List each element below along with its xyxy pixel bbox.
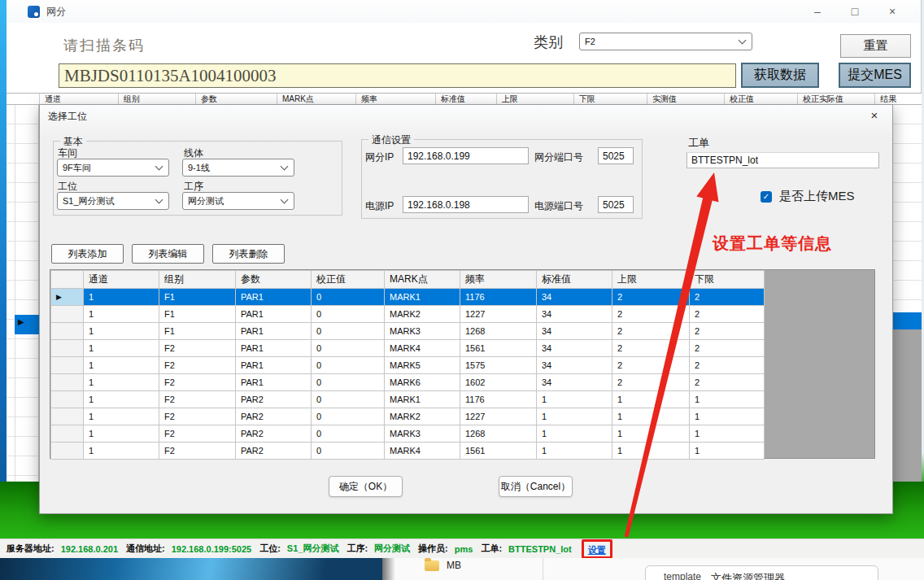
status-label: 工位: [259,543,281,555]
upload-mes-checkbox[interactable]: ✓ 是否上传MES [761,189,855,204]
cancel-button[interactable]: 取消（Cancel） [499,476,573,497]
grid-column-header[interactable]: 下限 [690,271,765,289]
grid-cell: 2 [690,289,765,306]
status-value: 192.168.0.199:5025 [172,544,251,554]
ok-button[interactable]: 确定（OK） [329,476,403,497]
grid-row-selector[interactable] [51,374,84,391]
grid-cell: 34 [537,340,612,357]
station-select[interactable]: S1_网分测试 [57,192,169,210]
tooltip-filename: template [664,571,701,580]
station-grid: 通道组别参数校正值MARK点频率标准值上限下限▶1F1PAR10MARK1117… [50,269,875,459]
grid-cell: 0 [312,425,385,443]
grid-row-selector[interactable] [51,443,84,460]
grid-column-header[interactable]: 标准值 [537,271,612,289]
minimize-icon[interactable]: – [799,0,836,23]
list-edit-button[interactable]: 列表编辑 [132,244,204,264]
dialog-title: 选择工位 [48,110,87,124]
main-column-header[interactable]: 实测值 [647,94,724,104]
grid-cell: 2 [690,357,765,374]
grid-cell: MARK3 [385,425,460,443]
grid-cell: 1 [84,289,159,306]
grid-cell: 1 [84,408,159,425]
grid-row[interactable]: 1F2PAR20MARK21227111 [51,408,765,425]
dialog-close-icon[interactable]: × [865,108,884,126]
list-add-button[interactable]: 列表添加 [51,244,124,264]
grid-cell: 0 [312,374,385,391]
grid-column-header[interactable]: 组别 [159,271,236,289]
grid-row-selector[interactable] [51,391,84,408]
chevron-down-icon [739,37,747,45]
na-ip-label: 网分IP [365,150,394,164]
grid-cell: MARK2 [385,408,460,425]
na-port-input[interactable] [598,147,634,164]
grid-row-selector[interactable] [51,306,84,323]
ps-ip-input[interactable] [403,196,529,213]
category-select[interactable]: F2 [579,33,752,50]
workshop-select[interactable]: 9F车间 [57,159,169,177]
grid-column-header[interactable]: 通道 [84,271,159,289]
process-select[interactable]: 网分测试 [182,192,294,210]
grid-cell: 1 [690,443,765,460]
workorder-input[interactable]: BTTESTPN_lot [686,152,879,168]
chevron-down-icon [155,196,163,204]
grid-cell: 1 [84,425,159,443]
grid-row[interactable]: 1F2PAR20MARK11176111 [51,391,765,408]
grid-cell: 1176 [460,391,537,408]
maximize-icon[interactable]: □ [836,0,874,23]
grid-row[interactable]: 1F2PAR10MARK616023422 [51,374,765,391]
grid-column-header[interactable]: 参数 [236,271,312,289]
folder-item-mb[interactable]: MB [425,560,461,571]
main-column-header[interactable]: 校正实际值 [797,94,874,104]
grid-cell: 1 [690,391,765,408]
line-select[interactable]: 9-1线 [182,159,294,177]
main-column-header[interactable]: 标准值 [435,94,496,104]
grid-cell: 2 [612,323,690,340]
grid-cell: PAR1 [236,357,312,374]
main-column-header[interactable]: 参数 [195,94,277,104]
grid-row-selector[interactable] [51,425,84,443]
grid-row[interactable]: 1F1PAR10MARK212273422 [51,306,765,323]
grid-row-selector[interactable] [51,340,84,357]
grid-row-selector[interactable]: ▶ [51,289,84,306]
grid-column-header[interactable]: MARK点 [385,271,460,289]
grid-cell: MARK5 [385,357,460,374]
grid-row[interactable]: ▶1F1PAR10MARK111763422 [51,289,765,306]
grid-cell: 1 [612,425,690,443]
status-label: 操作员: [418,543,448,555]
grid-cell: 34 [537,289,612,306]
barcode-input[interactable] [59,63,736,88]
grid-row[interactable]: 1F2PAR20MARK31268111 [51,425,765,443]
fetch-data-button[interactable]: 获取数据 [741,63,819,88]
main-row-selector-header [7,94,39,104]
main-column-header[interactable]: 组别 [118,94,195,104]
grid-row[interactable]: 1F2PAR10MARK415613422 [51,340,765,357]
main-column-header[interactable]: 结果 [874,94,922,104]
grid-column-header[interactable]: 校正值 [312,271,385,289]
close-icon[interactable]: × [874,0,911,23]
main-column-header[interactable]: 通道 [39,94,118,104]
grid-cell: PAR2 [236,443,312,460]
grid-cell: 1227 [460,306,537,323]
settings-link[interactable]: 设置 [588,545,606,555]
main-column-header[interactable]: 上限 [496,94,573,104]
list-delete-button[interactable]: 列表删除 [212,244,285,264]
main-table-header: 通道组别参数MARK点频率标准值上限下限实测值校正值校正实际值结果 [7,93,922,105]
grid-column-header[interactable]: 频率 [460,271,537,289]
reset-button[interactable]: 重置 [840,34,911,58]
submit-mes-button[interactable]: 提交MES [839,63,911,88]
main-column-header[interactable]: 频率 [355,94,435,104]
grid-row[interactable]: 1F2PAR20MARK41561111 [51,443,765,460]
grid-row-selector[interactable] [51,357,84,374]
grid-row[interactable]: 1F1PAR10MARK312683422 [51,323,765,340]
category-value: F2 [585,37,595,46]
grid-row-selector[interactable] [51,408,84,425]
grid-column-header[interactable]: 上限 [612,271,690,289]
app-icon [28,6,40,18]
na-ip-input[interactable] [403,147,529,164]
grid-row[interactable]: 1F2PAR10MARK515753422 [51,357,765,374]
ps-port-input[interactable] [598,196,634,213]
grid-row-selector[interactable] [51,323,84,340]
main-column-header[interactable]: 校正值 [724,94,797,104]
main-column-header[interactable]: MARK点 [277,94,355,104]
main-column-header[interactable]: 下限 [573,94,647,104]
